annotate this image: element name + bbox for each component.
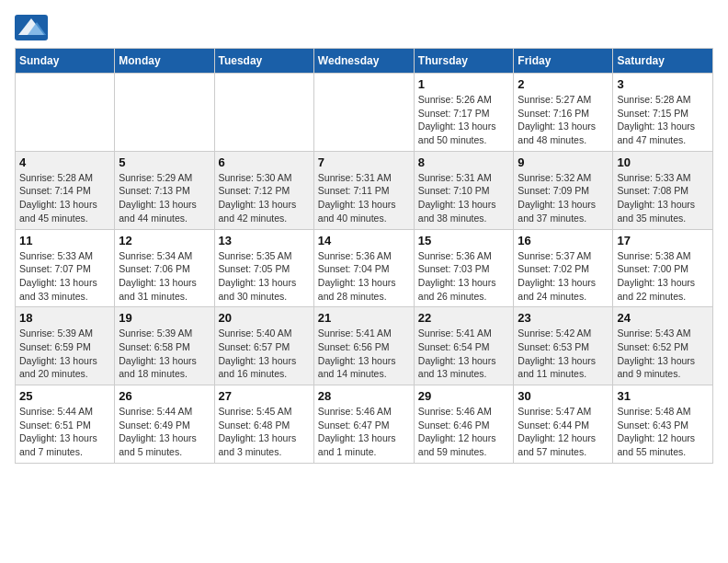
calendar-row-5: 25Sunrise: 5:44 AM Sunset: 6:51 PM Dayli… <box>16 385 713 464</box>
day-info: Sunrise: 5:41 AM Sunset: 6:54 PM Dayligh… <box>418 327 510 381</box>
day-info: Sunrise: 5:34 AM Sunset: 7:06 PM Dayligh… <box>119 249 210 304</box>
day-number: 19 <box>119 311 210 325</box>
calendar-cell: 4Sunrise: 5:28 AM Sunset: 7:14 PM Daylig… <box>16 151 115 229</box>
day-info: Sunrise: 5:26 AM Sunset: 7:17 PM Dayligh… <box>418 93 510 147</box>
day-number: 14 <box>318 234 410 247</box>
day-number: 30 <box>518 389 609 403</box>
calendar-cell: 28Sunrise: 5:46 AM Sunset: 6:47 PM Dayli… <box>313 385 414 464</box>
calendar-cell: 23Sunrise: 5:42 AM Sunset: 6:53 PM Dayli… <box>514 307 613 385</box>
calendar-cell: 15Sunrise: 5:36 AM Sunset: 7:03 PM Dayli… <box>414 229 514 307</box>
day-number: 1 <box>418 77 510 91</box>
calendar-cell: 19Sunrise: 5:39 AM Sunset: 6:58 PM Dayli… <box>115 307 214 385</box>
calendar-cell: 21Sunrise: 5:41 AM Sunset: 6:56 PM Dayli… <box>313 307 414 385</box>
calendar-row-1: 1Sunrise: 5:26 AM Sunset: 7:17 PM Daylig… <box>16 74 713 152</box>
day-number: 12 <box>119 234 210 247</box>
day-number: 6 <box>219 155 310 169</box>
day-number: 27 <box>219 389 310 403</box>
day-number: 8 <box>418 155 510 169</box>
day-info: Sunrise: 5:32 AM Sunset: 7:09 PM Dayligh… <box>518 171 609 225</box>
day-info: Sunrise: 5:28 AM Sunset: 7:15 PM Dayligh… <box>617 93 709 147</box>
weekday-header-row: SundayMondayTuesdayWednesdayThursdayFrid… <box>16 49 713 74</box>
weekday-header-tuesday: Tuesday <box>214 49 313 74</box>
day-number: 26 <box>119 389 210 403</box>
day-info: Sunrise: 5:36 AM Sunset: 7:03 PM Dayligh… <box>418 249 510 304</box>
calendar-cell: 25Sunrise: 5:44 AM Sunset: 6:51 PM Dayli… <box>16 385 115 464</box>
calendar-cell: 13Sunrise: 5:35 AM Sunset: 7:05 PM Dayli… <box>214 229 313 307</box>
calendar-cell: 30Sunrise: 5:47 AM Sunset: 6:44 PM Dayli… <box>514 385 613 464</box>
day-info: Sunrise: 5:31 AM Sunset: 7:11 PM Dayligh… <box>318 171 410 225</box>
day-number: 7 <box>318 155 410 169</box>
day-info: Sunrise: 5:28 AM Sunset: 7:14 PM Dayligh… <box>19 171 110 225</box>
day-number: 24 <box>617 311 709 325</box>
day-number: 4 <box>19 155 110 169</box>
calendar-cell: 11Sunrise: 5:33 AM Sunset: 7:07 PM Dayli… <box>16 229 115 307</box>
day-number: 9 <box>518 155 609 169</box>
calendar-cell: 2Sunrise: 5:27 AM Sunset: 7:16 PM Daylig… <box>514 74 613 152</box>
weekday-header-sunday: Sunday <box>16 49 115 74</box>
weekday-header-monday: Monday <box>115 49 214 74</box>
calendar-cell: 12Sunrise: 5:34 AM Sunset: 7:06 PM Dayli… <box>115 229 214 307</box>
calendar-cell: 16Sunrise: 5:37 AM Sunset: 7:02 PM Dayli… <box>514 229 613 307</box>
day-info: Sunrise: 5:27 AM Sunset: 7:16 PM Dayligh… <box>518 93 609 147</box>
calendar-cell: 29Sunrise: 5:46 AM Sunset: 6:46 PM Dayli… <box>414 385 514 464</box>
day-info: Sunrise: 5:38 AM Sunset: 7:00 PM Dayligh… <box>617 249 709 304</box>
logo <box>15 15 51 40</box>
calendar-cell <box>214 74 313 152</box>
day-info: Sunrise: 5:44 AM Sunset: 6:51 PM Dayligh… <box>19 405 110 459</box>
calendar-cell <box>115 74 214 152</box>
day-info: Sunrise: 5:46 AM Sunset: 6:47 PM Dayligh… <box>318 405 410 459</box>
calendar-cell: 18Sunrise: 5:39 AM Sunset: 6:59 PM Dayli… <box>16 307 115 385</box>
calendar-cell: 26Sunrise: 5:44 AM Sunset: 6:49 PM Dayli… <box>115 385 214 464</box>
day-info: Sunrise: 5:31 AM Sunset: 7:10 PM Dayligh… <box>418 171 510 225</box>
calendar-cell: 27Sunrise: 5:45 AM Sunset: 6:48 PM Dayli… <box>214 385 313 464</box>
calendar-cell: 31Sunrise: 5:48 AM Sunset: 6:43 PM Dayli… <box>613 385 713 464</box>
weekday-header-friday: Friday <box>514 49 613 74</box>
day-info: Sunrise: 5:33 AM Sunset: 7:08 PM Dayligh… <box>617 171 709 225</box>
day-number: 18 <box>19 311 110 325</box>
day-info: Sunrise: 5:35 AM Sunset: 7:05 PM Dayligh… <box>219 249 310 304</box>
day-number: 23 <box>518 311 609 325</box>
day-number: 17 <box>617 234 709 247</box>
calendar-cell <box>313 74 414 152</box>
logo-icon <box>15 15 48 40</box>
day-info: Sunrise: 5:42 AM Sunset: 6:53 PM Dayligh… <box>518 327 609 381</box>
day-number: 22 <box>418 311 510 325</box>
day-number: 10 <box>617 155 709 169</box>
calendar-row-4: 18Sunrise: 5:39 AM Sunset: 6:59 PM Dayli… <box>16 307 713 385</box>
day-info: Sunrise: 5:43 AM Sunset: 6:52 PM Dayligh… <box>617 327 709 381</box>
calendar-cell <box>16 74 115 152</box>
day-info: Sunrise: 5:39 AM Sunset: 6:59 PM Dayligh… <box>19 327 110 381</box>
day-info: Sunrise: 5:33 AM Sunset: 7:07 PM Dayligh… <box>19 249 110 304</box>
calendar-cell: 17Sunrise: 5:38 AM Sunset: 7:00 PM Dayli… <box>613 229 713 307</box>
day-info: Sunrise: 5:40 AM Sunset: 6:57 PM Dayligh… <box>219 327 310 381</box>
day-number: 29 <box>418 389 510 403</box>
day-number: 16 <box>518 234 609 247</box>
day-number: 3 <box>617 77 709 91</box>
day-number: 25 <box>19 389 110 403</box>
weekday-header-saturday: Saturday <box>613 49 713 74</box>
weekday-header-wednesday: Wednesday <box>313 49 414 74</box>
day-info: Sunrise: 5:37 AM Sunset: 7:02 PM Dayligh… <box>518 249 609 304</box>
calendar-cell: 9Sunrise: 5:32 AM Sunset: 7:09 PM Daylig… <box>514 151 613 229</box>
day-info: Sunrise: 5:39 AM Sunset: 6:58 PM Dayligh… <box>119 327 210 381</box>
day-number: 28 <box>318 389 410 403</box>
calendar-cell: 14Sunrise: 5:36 AM Sunset: 7:04 PM Dayli… <box>313 229 414 307</box>
calendar-cell: 8Sunrise: 5:31 AM Sunset: 7:10 PM Daylig… <box>414 151 514 229</box>
calendar-row-3: 11Sunrise: 5:33 AM Sunset: 7:07 PM Dayli… <box>16 229 713 307</box>
day-info: Sunrise: 5:47 AM Sunset: 6:44 PM Dayligh… <box>518 405 609 459</box>
day-info: Sunrise: 5:48 AM Sunset: 6:43 PM Dayligh… <box>617 405 709 459</box>
day-number: 5 <box>119 155 210 169</box>
day-number: 20 <box>219 311 310 325</box>
day-number: 21 <box>318 311 410 325</box>
calendar-cell: 24Sunrise: 5:43 AM Sunset: 6:52 PM Dayli… <box>613 307 713 385</box>
day-info: Sunrise: 5:45 AM Sunset: 6:48 PM Dayligh… <box>219 405 310 459</box>
day-info: Sunrise: 5:44 AM Sunset: 6:49 PM Dayligh… <box>119 405 210 459</box>
day-number: 2 <box>518 77 609 91</box>
calendar-cell: 1Sunrise: 5:26 AM Sunset: 7:17 PM Daylig… <box>414 74 514 152</box>
day-number: 11 <box>19 234 110 247</box>
calendar-table: SundayMondayTuesdayWednesdayThursdayFrid… <box>15 48 713 464</box>
day-info: Sunrise: 5:41 AM Sunset: 6:56 PM Dayligh… <box>318 327 410 381</box>
day-number: 15 <box>418 234 510 247</box>
calendar-cell: 6Sunrise: 5:30 AM Sunset: 7:12 PM Daylig… <box>214 151 313 229</box>
day-info: Sunrise: 5:30 AM Sunset: 7:12 PM Dayligh… <box>219 171 310 225</box>
